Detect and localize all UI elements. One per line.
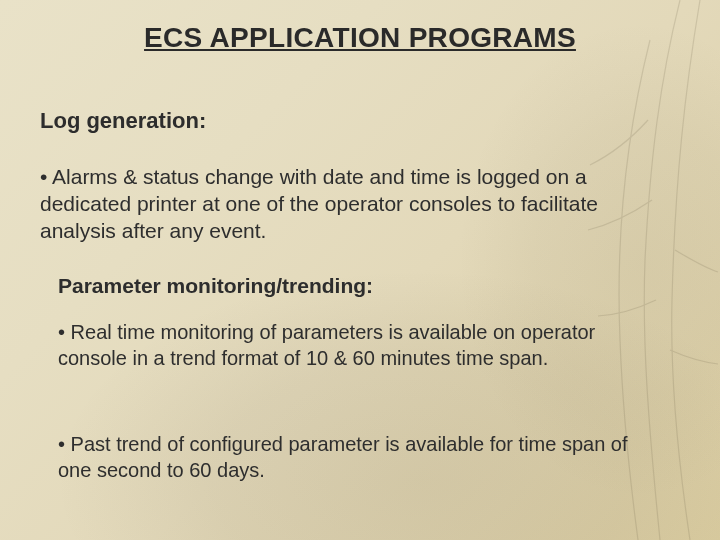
section2-bullet-2: • Past trend of configured parameter is … xyxy=(58,432,660,483)
slide-background: ECS APPLICATION PROGRAMS Log generation:… xyxy=(0,0,720,540)
section2-bullet-1: • Real time monitoring of parameters is … xyxy=(58,320,660,371)
slide-title: ECS APPLICATION PROGRAMS xyxy=(0,22,720,54)
section1-heading: Log generation: xyxy=(40,108,206,134)
section2-heading: Parameter monitoring/trending: xyxy=(58,274,373,298)
section1-bullet: • Alarms & status change with date and t… xyxy=(40,164,678,245)
